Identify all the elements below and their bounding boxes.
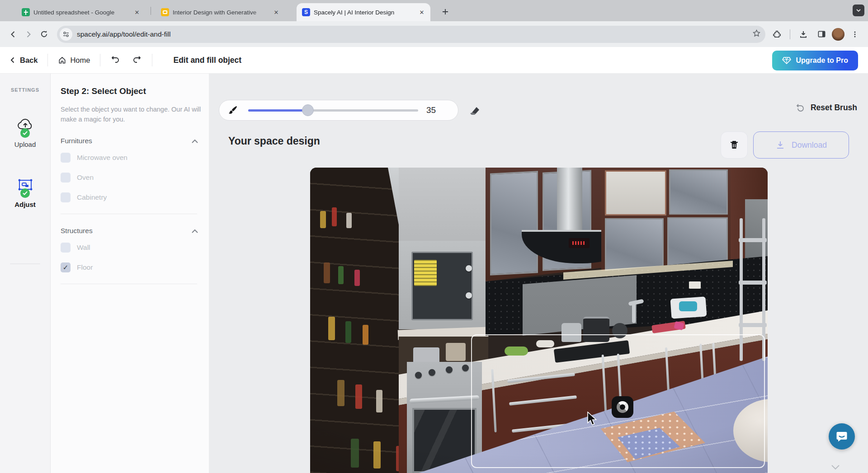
mouse-cursor bbox=[587, 412, 599, 426]
app-header: Back Home Edit and fill object Upgrade t… bbox=[0, 47, 868, 74]
brush-size-slider[interactable] bbox=[248, 109, 418, 112]
browser-toolbar: spacely.ai/app/tool/edit-and-fill bbox=[0, 21, 868, 47]
header-divider bbox=[47, 54, 48, 66]
rail-divider bbox=[10, 263, 40, 264]
upgrade-to-pro-button[interactable]: Upgrade to Pro bbox=[772, 51, 858, 70]
checkbox-row-microwave-oven[interactable]: Microwave oven bbox=[61, 148, 200, 168]
step-upload[interactable]: Upload bbox=[0, 118, 50, 148]
download-button[interactable]: Download bbox=[753, 131, 849, 159]
delete-design-button[interactable] bbox=[721, 131, 748, 159]
tab-slides[interactable]: Interior Design with Generative ✕ bbox=[156, 3, 285, 21]
checkbox-unchecked[interactable] bbox=[61, 153, 71, 163]
upload-complete-check-icon bbox=[20, 128, 30, 138]
tab-title: Spacely AI | AI Interior Design bbox=[314, 9, 415, 16]
tab-overflow-chevron-icon[interactable] bbox=[853, 5, 864, 16]
panel-description: Select the object you want to change. Ou… bbox=[61, 104, 204, 124]
slider-thumb[interactable] bbox=[302, 104, 314, 116]
site-settings-icon[interactable] bbox=[60, 28, 72, 41]
reset-icon bbox=[795, 103, 805, 112]
undo-icon[interactable] bbox=[110, 54, 120, 66]
extensions-icon[interactable] bbox=[769, 27, 784, 42]
settings-rail: SETTINGS Upload Adjust bbox=[0, 74, 51, 473]
brush-icon[interactable] bbox=[227, 105, 238, 116]
side-panel-icon[interactable] bbox=[814, 27, 829, 42]
group-structures[interactable]: Structures bbox=[61, 227, 198, 235]
back-icon[interactable] bbox=[5, 27, 21, 42]
google-sheets-favicon bbox=[22, 8, 30, 16]
reload-icon[interactable] bbox=[36, 27, 52, 42]
tab-spreadsheet[interactable]: Untitled spreadsheet - Google ✕ bbox=[16, 3, 146, 21]
panel-title: Step 2: Select Object bbox=[61, 86, 200, 96]
checkbox-label: Microwave oven bbox=[77, 154, 127, 162]
space-design-image[interactable] bbox=[310, 168, 768, 473]
canvas-title: Your space design bbox=[228, 135, 320, 147]
loading-spinner bbox=[612, 396, 633, 418]
close-tab-icon[interactable]: ✕ bbox=[418, 8, 426, 16]
group-label: Furnitures bbox=[61, 137, 92, 145]
checkbox-unchecked[interactable] bbox=[61, 243, 71, 253]
main-content: 35 Reset Brush Your space design bbox=[209, 74, 868, 473]
checkbox-label: Oven bbox=[77, 173, 94, 182]
header-divider bbox=[152, 54, 152, 66]
back-label: Back bbox=[20, 56, 38, 65]
panel-divider bbox=[61, 214, 197, 214]
home-label: Home bbox=[70, 56, 90, 65]
checkbox-row-cabinetry[interactable]: Cabinetry bbox=[61, 187, 200, 207]
checkbox-unchecked[interactable] bbox=[61, 192, 71, 202]
downloads-icon[interactable] bbox=[796, 27, 811, 42]
new-tab-button[interactable] bbox=[439, 6, 451, 18]
checkbox-checked[interactable] bbox=[61, 262, 71, 272]
home-button[interactable]: Home bbox=[58, 56, 90, 65]
browser-menu-icon[interactable] bbox=[847, 27, 863, 42]
profile-avatar[interactable] bbox=[832, 28, 844, 41]
reset-brush-label: Reset Brush bbox=[811, 103, 857, 112]
chat-bubble-icon bbox=[835, 431, 848, 443]
panel-divider bbox=[61, 284, 197, 284]
page-title: Edit and fill object bbox=[173, 56, 241, 65]
checkbox-unchecked[interactable] bbox=[61, 173, 71, 183]
back-button[interactable]: Back bbox=[9, 56, 38, 65]
checkbox-label: Floor bbox=[77, 263, 93, 272]
chat-launcher[interactable] bbox=[829, 423, 855, 450]
close-tab-icon[interactable]: ✕ bbox=[272, 8, 280, 16]
checkbox-row-oven[interactable]: Oven bbox=[61, 168, 200, 187]
upgrade-label: Upgrade to Pro bbox=[796, 56, 848, 65]
tab-title: Interior Design with Generative bbox=[173, 9, 269, 16]
download-icon bbox=[775, 140, 785, 150]
eraser-icon[interactable] bbox=[467, 104, 481, 117]
brush-toolbar: 35 bbox=[219, 100, 458, 121]
checkbox-label: Cabinetry bbox=[77, 193, 107, 201]
address-bar[interactable]: spacely.ai/app/tool/edit-and-fill bbox=[57, 26, 765, 43]
step-adjust[interactable]: Adjust bbox=[0, 178, 50, 208]
browser-tab-strip: Untitled spreadsheet - Google ✕ Interior… bbox=[0, 0, 868, 21]
select-object-panel: Step 2: Select Object Select the object … bbox=[51, 74, 209, 473]
forward-icon[interactable] bbox=[21, 27, 36, 42]
scroll-chevron-icon[interactable] bbox=[831, 464, 840, 472]
reset-brush-button[interactable]: Reset Brush bbox=[795, 103, 857, 112]
url-text[interactable]: spacely.ai/app/tool/edit-and-fill bbox=[77, 30, 749, 38]
step-label: Upload bbox=[14, 140, 36, 148]
slider-fill bbox=[248, 109, 308, 112]
tab-spacely-active[interactable]: S Spacely AI | AI Interior Design ✕ bbox=[297, 3, 430, 21]
header-divider bbox=[100, 54, 100, 66]
trash-icon bbox=[729, 140, 740, 150]
rail-caption: SETTINGS bbox=[0, 87, 50, 93]
checkbox-row-wall[interactable]: Wall bbox=[61, 238, 200, 258]
gem-icon bbox=[782, 56, 791, 65]
group-label: Structures bbox=[61, 227, 93, 235]
checkbox-label: Wall bbox=[77, 244, 90, 252]
close-tab-icon[interactable]: ✕ bbox=[133, 8, 141, 16]
chevron-up-icon[interactable] bbox=[192, 137, 198, 145]
checkbox-row-floor[interactable]: Floor bbox=[61, 258, 200, 277]
group-furnitures[interactable]: Furnitures bbox=[61, 137, 198, 145]
tab-separator bbox=[151, 7, 151, 15]
toolbar-separator bbox=[790, 29, 790, 39]
bookmark-star-icon[interactable] bbox=[752, 29, 761, 39]
tab-title: Untitled spreadsheet - Google bbox=[33, 9, 130, 16]
chevron-up-icon[interactable] bbox=[192, 227, 198, 235]
brush-size-value: 35 bbox=[426, 105, 436, 115]
step-label: Adjust bbox=[14, 201, 36, 208]
spacely-favicon: S bbox=[302, 8, 310, 16]
redo-icon[interactable] bbox=[132, 54, 142, 66]
adjust-complete-check-icon bbox=[20, 188, 30, 198]
